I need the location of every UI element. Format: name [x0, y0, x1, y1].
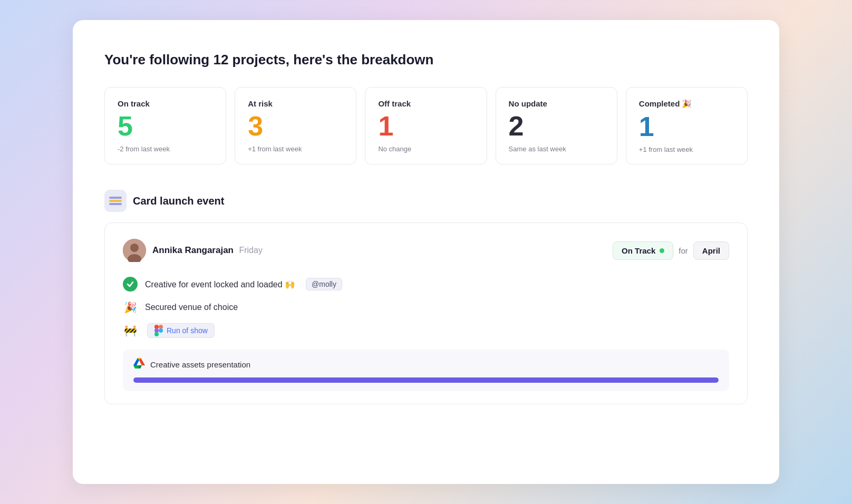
stat-number-no-update: 2 [509, 112, 604, 140]
svg-marker-12 [133, 358, 139, 365]
stat-label-no-update: No update [509, 99, 604, 108]
stat-card-on-track[interactable]: On track 5 -2 from last week [104, 87, 226, 164]
svg-rect-2 [109, 203, 122, 205]
svg-rect-1 [109, 200, 122, 202]
stat-number-at-risk: 3 [248, 112, 343, 140]
gdrive-icon [133, 358, 145, 371]
check-icon [123, 277, 138, 292]
figma-link[interactable]: Run of show [147, 323, 215, 338]
svg-rect-9 [154, 332, 159, 336]
month-badge[interactable]: April [693, 241, 729, 260]
item-text-1: Creative for event locked and loaded 🙌 [145, 279, 295, 289]
page-title: You're following 12 projects, here's the… [104, 52, 748, 68]
stat-card-off-track[interactable]: Off track 1 No change [365, 87, 487, 164]
stat-number-completed: 1 [639, 113, 734, 140]
svg-rect-7 [159, 325, 163, 329]
for-label: for [679, 246, 688, 255]
construction-icon: 🚧 [123, 323, 138, 338]
svg-point-10 [159, 328, 163, 333]
item-text-2: Secured venue of choice [145, 303, 238, 312]
svg-rect-0 [109, 197, 122, 199]
section-title: Card launch event [133, 195, 224, 207]
author-day: Friday [239, 246, 262, 255]
status-area: On Track for April [613, 241, 729, 260]
stat-card-no-update[interactable]: No update 2 Same as last week [496, 87, 617, 164]
stat-number-on-track: 5 [118, 112, 213, 140]
asset-row: Creative assets presentation [133, 358, 719, 371]
update-item-1: Creative for event locked and loaded 🙌 @… [123, 277, 729, 292]
stat-label-on-track: On track [118, 99, 213, 108]
update-items: Creative for event locked and loaded 🙌 @… [123, 277, 729, 338]
avatar [123, 239, 146, 262]
update-item-2: 🎉 Secured venue of choice [123, 300, 729, 315]
svg-rect-8 [154, 328, 159, 333]
author-info: Annika Rangarajan Friday [152, 245, 263, 256]
main-container: You're following 12 projects, here's the… [73, 20, 779, 484]
stat-card-at-risk[interactable]: At risk 3 +1 from last week [235, 87, 356, 164]
author-name: Annika Rangarajan [152, 245, 234, 255]
stat-change-at-risk: +1 from last week [248, 145, 343, 153]
status-badge[interactable]: On Track [613, 241, 673, 260]
stat-label-at-risk: At risk [248, 99, 343, 108]
asset-section: Creative assets presentation [123, 350, 729, 391]
stat-change-completed: +1 from last week [639, 146, 734, 153]
stat-number-off-track: 1 [378, 112, 473, 140]
party-icon: 🎉 [123, 300, 138, 315]
stat-card-completed[interactable]: Completed 🎉 1 +1 from last week [626, 87, 748, 164]
status-label: On Track [622, 246, 655, 255]
status-dot [660, 248, 664, 253]
update-header: Annika Rangarajan Friday On Track for Ap… [123, 239, 729, 262]
section-header: Card launch event [104, 190, 748, 212]
svg-marker-15 [139, 358, 145, 365]
stat-change-on-track: -2 from last week [118, 145, 213, 153]
figma-icon [154, 326, 163, 335]
asset-title: Creative assets presentation [150, 360, 250, 369]
svg-point-4 [130, 244, 139, 252]
update-card: Annika Rangarajan Friday On Track for Ap… [104, 222, 748, 404]
update-author: Annika Rangarajan Friday [123, 239, 263, 262]
stat-change-off-track: No change [378, 145, 473, 153]
figma-link-text: Run of show [167, 326, 208, 335]
stats-grid: On track 5 -2 from last week At risk 3 +… [104, 87, 748, 164]
svg-rect-6 [154, 325, 159, 329]
section-icon [104, 190, 127, 212]
stat-label-off-track: Off track [378, 99, 473, 108]
stat-label-completed: Completed 🎉 [639, 99, 734, 109]
update-item-3: 🚧 Run of show [123, 323, 729, 338]
item-tag-1[interactable]: @molly [306, 278, 342, 290]
stat-change-no-update: Same as last week [509, 145, 604, 153]
progress-bar [133, 377, 719, 383]
